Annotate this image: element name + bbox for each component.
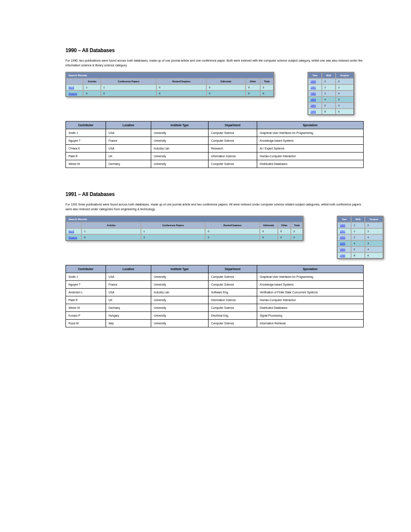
- contrib-cell: Smith J: [66, 273, 106, 281]
- comparison-table: Year WoS Scopus 199020199122199224199343…: [337, 216, 383, 259]
- side-wos: 4: [322, 96, 336, 103]
- results-header-row: Articles Conference Papers Books/Chapter…: [66, 222, 303, 228]
- results-body: WoS110002Scopus000000: [66, 84, 274, 96]
- side-year[interactable]: 1992: [337, 234, 351, 240]
- results-header-row: Articles Conference Papers Books/Chapter…: [66, 78, 274, 84]
- side-wos: 2: [322, 78, 336, 84]
- side-year[interactable]: 1993: [337, 240, 351, 246]
- contrib-cell: Computer Science: [209, 129, 257, 137]
- results-cell-books: 0: [205, 234, 260, 240]
- contrib-cell: Computer Science: [209, 160, 257, 168]
- contrib-col-2: Institute Type: [151, 121, 209, 129]
- results-cell-other: 0: [246, 90, 260, 96]
- col-articles: Articles: [83, 78, 101, 84]
- side-scopus: 4: [336, 103, 354, 109]
- contrib-cell: Knowledge-based Systems: [257, 137, 364, 145]
- contrib-cell: France: [106, 281, 151, 289]
- contrib-row: Weber MGermanyUniversityComputer Science…: [66, 304, 364, 312]
- results-table: Search Results Articles Conference Paper…: [65, 72, 274, 97]
- contrib-cell: Nguyen T: [66, 137, 106, 145]
- results-cell-articles: 1: [83, 84, 101, 90]
- contrib-cell: Nguyen T: [66, 281, 106, 289]
- side-row: 199224: [308, 90, 354, 96]
- results-cell-other: 0: [246, 84, 260, 90]
- contrib-cell: Graphical User Interfaces for Programmin…: [257, 273, 364, 281]
- side-row: 199020: [337, 222, 383, 228]
- results-body: WoS110002Scopus020002: [66, 228, 303, 240]
- side-year[interactable]: 1993: [308, 96, 322, 103]
- contrib-col-0: Contributor: [66, 121, 106, 129]
- contrib-cell: Industry Lab: [151, 289, 209, 296]
- results-cell-db: Scopus: [66, 90, 83, 96]
- contrib-cell: Information Science: [209, 296, 257, 304]
- contrib-col-3: Department: [209, 121, 257, 129]
- results-cell-other: 0: [278, 234, 291, 240]
- col-books: Books/Chapters: [205, 222, 260, 228]
- results-cell-books: 0: [156, 84, 206, 90]
- side-year[interactable]: 1995: [308, 109, 322, 115]
- contrib-cell: USA: [106, 129, 151, 137]
- section-title: 1990 – All Databases: [65, 47, 364, 53]
- contrib-cell: USA: [106, 273, 151, 281]
- side-scopus: 3: [365, 240, 383, 246]
- contrib-cell: University: [151, 320, 209, 327]
- section-title: 1991 – All Databases: [65, 191, 364, 197]
- contrib-cell: Distributed Databases: [257, 304, 364, 312]
- side-year[interactable]: 1990: [308, 78, 322, 84]
- contrib-cell: Research: [209, 145, 257, 152]
- contrib-cell: UK: [106, 152, 151, 160]
- results-cell-editorials: 0: [206, 90, 246, 96]
- contrib-cell: Information Science: [209, 152, 257, 160]
- side-year[interactable]: 1994: [308, 103, 322, 109]
- side-scopus: 6: [336, 109, 354, 115]
- results-cell-articles: 1: [81, 228, 141, 234]
- side-year[interactable]: 1992: [308, 90, 322, 96]
- side-wos: 8: [351, 252, 365, 258]
- side-year[interactable]: 1995: [337, 252, 351, 258]
- contrib-col-1: Location: [106, 121, 151, 129]
- side-year[interactable]: 1991: [337, 228, 351, 234]
- contrib-col-4: Specialism: [257, 121, 364, 129]
- contrib-cell: Software Eng.: [209, 289, 257, 296]
- contrib-cell: Computer Science: [209, 304, 257, 312]
- side-scopus: 2: [336, 84, 354, 90]
- side-year[interactable]: 1994: [337, 246, 351, 252]
- db-link[interactable]: WoS: [68, 86, 74, 89]
- section-1990: 1990 – All Databases For 1990, two publi…: [65, 47, 364, 168]
- col-conf: Conference Papers: [141, 222, 205, 228]
- side-row: 199586: [337, 252, 383, 258]
- results-cell-conf: 2: [141, 234, 205, 240]
- contrib-cell: Graphical User Interfaces for Programmin…: [257, 129, 364, 137]
- contrib-cell: UK: [106, 296, 151, 304]
- contrib-cell: University: [151, 152, 209, 160]
- contrib-cell: University: [151, 129, 209, 137]
- results-cell-conf: 1: [141, 228, 205, 234]
- side-year[interactable]: 1991: [308, 84, 322, 90]
- col-total: Total: [260, 78, 274, 84]
- contrib-row: Kovacs PHungaryUniversityElectrical Eng.…: [66, 312, 364, 320]
- results-cell-books: 0: [156, 90, 206, 96]
- contrib-col-0: Contributor: [66, 265, 106, 273]
- contrib-cell: Information Retrieval: [257, 320, 364, 327]
- side-col-scopus: Scopus: [365, 216, 383, 222]
- col-other: Other: [246, 78, 260, 84]
- contrib-cell: Smith J: [66, 129, 106, 137]
- results-cell-editorials: 0: [260, 234, 278, 240]
- side-col-year: Year: [337, 216, 351, 222]
- db-link[interactable]: Scopus: [68, 236, 77, 239]
- col-conf: Conference Papers: [101, 78, 156, 84]
- results-cell-conf: 1: [101, 84, 156, 90]
- side-scopus: 0: [336, 78, 354, 84]
- side-wos: 2: [351, 228, 365, 234]
- side-col-wos: WoS: [322, 72, 336, 78]
- db-link[interactable]: WoS: [68, 230, 74, 233]
- side-year[interactable]: 1990: [337, 222, 351, 228]
- col-total: Total: [291, 222, 303, 228]
- side-wos: 5: [351, 246, 365, 252]
- db-link[interactable]: Scopus: [68, 92, 77, 95]
- contributor-table: Contributor Location Institute Type Depa…: [65, 121, 364, 168]
- contrib-cell: Patel R: [66, 296, 106, 304]
- contrib-cell: Distributed Databases: [257, 160, 364, 168]
- contrib-cell: Signal Processing: [257, 312, 364, 320]
- side-wos: 4: [351, 240, 365, 246]
